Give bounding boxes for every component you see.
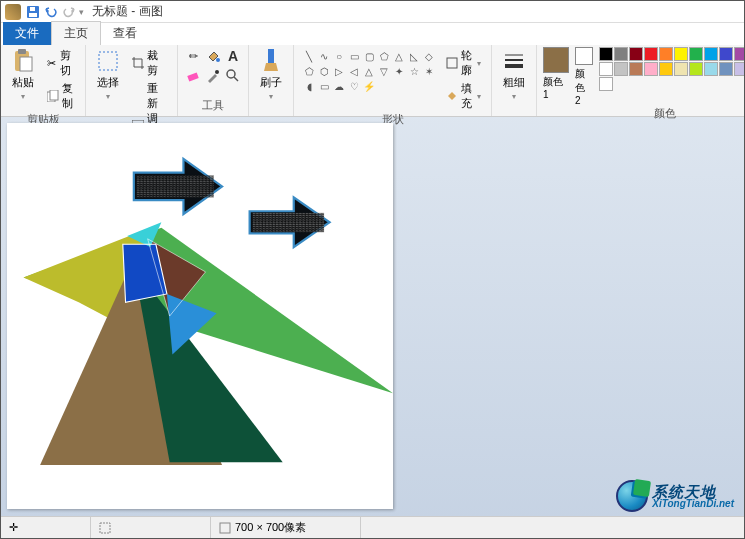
swatch[interactable] — [629, 47, 643, 61]
group-tools-label: 工具 — [202, 98, 224, 114]
copy-button[interactable]: 复制 — [43, 80, 79, 112]
paste-icon — [11, 49, 35, 73]
swatch[interactable] — [689, 62, 703, 76]
swatch[interactable] — [599, 47, 613, 61]
color2-button[interactable]: 颜色 2 — [575, 47, 593, 106]
pencil-icon[interactable]: ✏ — [184, 47, 202, 65]
shape-callout-round[interactable]: ◖ — [302, 79, 316, 93]
svg-rect-14 — [268, 49, 274, 63]
shape-larrow[interactable]: ◁ — [347, 64, 361, 78]
crop-button[interactable]: 裁剪 — [128, 47, 171, 79]
shape-hexagon[interactable]: ⬡ — [317, 64, 331, 78]
tab-view[interactable]: 查看 — [101, 22, 149, 45]
swatch[interactable] — [659, 62, 673, 76]
group-colors: 颜色 1 颜色 2 编辑颜色 颜色 — [537, 45, 745, 116]
swatch[interactable] — [599, 62, 613, 76]
svg-rect-2 — [30, 7, 35, 11]
swatch[interactable] — [734, 47, 745, 61]
shape-fill-button[interactable]: 填充▾ — [442, 80, 485, 112]
watermark-line1: 系统天地 — [652, 484, 734, 499]
shape-triangle[interactable]: △ — [392, 49, 406, 63]
brush-icon — [259, 49, 283, 73]
shape-pentagon[interactable]: ⬠ — [302, 64, 316, 78]
save-icon[interactable] — [25, 4, 41, 20]
status-bar: ✛ 700 × 700像素 — [1, 516, 744, 538]
fill-icon[interactable] — [204, 47, 222, 65]
fill-bucket-icon — [446, 89, 458, 103]
magnifier-icon[interactable] — [224, 67, 242, 85]
svg-point-12 — [215, 70, 219, 74]
svg-rect-31 — [220, 523, 230, 533]
title-bar: ▾ 无标题 - 画图 — [1, 1, 744, 23]
swatch[interactable] — [674, 62, 688, 76]
text-icon[interactable]: A — [224, 47, 242, 65]
select-button[interactable]: 选择 ▾ — [92, 47, 124, 103]
color1-button[interactable]: 颜色 1 — [543, 47, 569, 100]
tab-home[interactable]: 主页 — [51, 21, 101, 45]
picker-icon[interactable] — [204, 67, 222, 85]
color1-swatch — [543, 47, 569, 73]
group-image: 选择 ▾ 裁剪 重新调整大小 旋转▾ 图像 — [86, 45, 178, 116]
swatch[interactable] — [689, 47, 703, 61]
shape-star5[interactable]: ☆ — [407, 64, 421, 78]
group-shapes: ╲ ∿ ○ ▭ ▢ ⬠ △ ◺ ◇ ⬠ ⬡ ▷ ◁ △ ▽ ✦ ☆ ✶ ◖ ▭ — [294, 45, 492, 116]
swatch[interactable] — [614, 62, 628, 76]
quick-access-toolbar: ▾ — [25, 4, 84, 20]
swatch[interactable] — [644, 47, 658, 61]
scissors-icon: ✂ — [47, 56, 57, 70]
swatch[interactable] — [614, 47, 628, 61]
svg-rect-8 — [99, 52, 117, 70]
swatch[interactable] — [644, 62, 658, 76]
cut-button[interactable]: ✂剪切 — [43, 47, 79, 79]
canvas[interactable] — [7, 123, 393, 509]
select-label: 选择 — [97, 75, 119, 90]
shape-rect[interactable]: ▭ — [347, 49, 361, 63]
shape-curve[interactable]: ∿ — [317, 49, 331, 63]
cursor-pos-icon: ✛ — [9, 521, 18, 534]
svg-rect-1 — [29, 13, 37, 17]
select-icon — [96, 49, 120, 73]
shape-star4[interactable]: ✦ — [392, 64, 406, 78]
svg-point-13 — [227, 70, 235, 78]
shape-outline-button[interactable]: 轮廓▾ — [442, 47, 485, 79]
redo-icon[interactable] — [61, 4, 77, 20]
swatch[interactable] — [704, 62, 718, 76]
shape-rtriangle[interactable]: ◺ — [407, 49, 421, 63]
swatch[interactable] — [719, 62, 733, 76]
tab-file[interactable]: 文件 — [3, 22, 51, 45]
swatch[interactable] — [629, 62, 643, 76]
swatch[interactable] — [674, 47, 688, 61]
svg-rect-25 — [137, 175, 214, 197]
shape-line[interactable]: ╲ — [302, 49, 316, 63]
svg-rect-15 — [447, 58, 457, 68]
shape-callout-cloud[interactable]: ☁ — [332, 79, 346, 93]
shape-diamond[interactable]: ◇ — [422, 49, 436, 63]
shape-callout-rect[interactable]: ▭ — [317, 79, 331, 93]
swatch-empty[interactable] — [599, 77, 613, 91]
shape-lightning[interactable]: ⚡ — [362, 79, 376, 93]
shape-darrow[interactable]: ▽ — [377, 64, 391, 78]
undo-icon[interactable] — [43, 4, 59, 20]
shape-oval[interactable]: ○ — [332, 49, 346, 63]
shape-star6[interactable]: ✶ — [422, 64, 436, 78]
thickness-button[interactable]: 粗细 ▾ — [498, 47, 530, 103]
eraser-icon[interactable] — [184, 67, 202, 85]
paste-button[interactable]: 粘贴 ▾ — [7, 47, 39, 103]
shape-heart[interactable]: ♡ — [347, 79, 361, 93]
shape-uarrow[interactable]: △ — [362, 64, 376, 78]
group-clipboard: 粘贴 ▾ ✂剪切 复制 剪贴板 — [1, 45, 86, 116]
ribbon: 粘贴 ▾ ✂剪切 复制 剪贴板 选择 ▾ 裁剪 重新调整大小 旋转▾ 图像 — [1, 45, 744, 117]
brushes-button[interactable]: 刷子 ▾ — [255, 47, 287, 103]
swatch[interactable] — [719, 47, 733, 61]
shape-rarrow[interactable]: ▷ — [332, 64, 346, 78]
swatch[interactable] — [704, 47, 718, 61]
swatch[interactable] — [659, 47, 673, 61]
shapes-gallery[interactable]: ╲ ∿ ○ ▭ ▢ ⬠ △ ◺ ◇ ⬠ ⬡ ▷ ◁ △ ▽ ✦ ☆ ✶ ◖ ▭ — [300, 47, 438, 95]
svg-rect-4 — [18, 49, 26, 54]
color2-swatch — [575, 47, 593, 65]
swatch[interactable] — [734, 62, 745, 76]
watermark: 系统天地 XiTongTianDi.net — [616, 480, 734, 512]
shape-polygon[interactable]: ⬠ — [377, 49, 391, 63]
shape-roundrect[interactable]: ▢ — [362, 49, 376, 63]
svg-rect-7 — [50, 90, 58, 100]
